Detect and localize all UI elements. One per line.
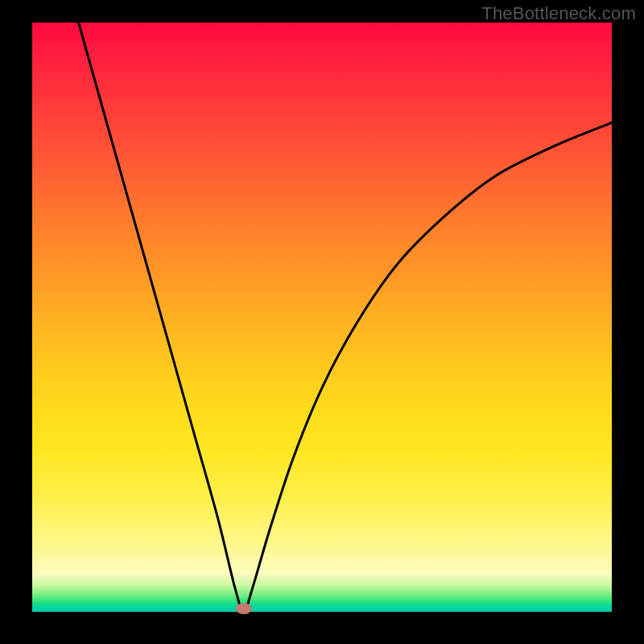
bottleneck-curve — [79, 23, 612, 612]
curve-layer — [32, 23, 612, 612]
chart-frame: TheBottleneck.com — [0, 0, 644, 644]
watermark-text: TheBottleneck.com — [481, 3, 636, 24]
plot-area — [32, 23, 612, 612]
optimal-marker — [236, 603, 252, 614]
